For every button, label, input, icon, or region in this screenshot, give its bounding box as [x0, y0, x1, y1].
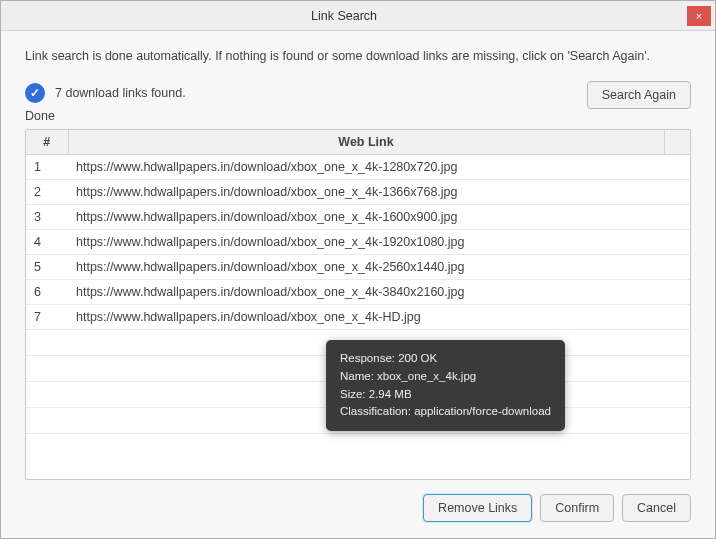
cell-link: https://www.hdwallpapers.in/download/xbo… [68, 230, 664, 255]
status-left: ✓ 7 download links found. [25, 83, 186, 103]
cell-num: 5 [26, 255, 68, 280]
table-row[interactable]: 1https://www.hdwallpapers.in/download/xb… [26, 155, 690, 180]
cell-link: https://www.hdwallpapers.in/download/xbo… [68, 280, 664, 305]
link-search-dialog: Link Search × Link search is done automa… [0, 0, 716, 539]
done-label: Done [25, 109, 691, 123]
content-area: Link search is done automatically. If no… [1, 31, 715, 538]
cell-num: 4 [26, 230, 68, 255]
table-row[interactable]: 7https://www.hdwallpapers.in/download/xb… [26, 305, 690, 330]
search-again-button[interactable]: Search Again [587, 81, 691, 109]
table-row[interactable]: 3https://www.hdwallpapers.in/download/xb… [26, 205, 690, 230]
links-found-text: 7 download links found. [55, 86, 186, 100]
cell-num: 3 [26, 205, 68, 230]
table-row[interactable]: 5https://www.hdwallpapers.in/download/xb… [26, 255, 690, 280]
col-header-tail [664, 130, 690, 155]
cell-link: https://www.hdwallpapers.in/download/xbo… [68, 305, 664, 330]
titlebar: Link Search × [1, 1, 715, 31]
footer-buttons: Remove Links Confirm Cancel [25, 494, 691, 522]
cell-link: https://www.hdwallpapers.in/download/xbo… [68, 180, 664, 205]
tooltip-name: Name: xbox_one_x_4k.jpg [340, 368, 551, 386]
col-header-num[interactable]: # [26, 130, 68, 155]
intro-text: Link search is done automatically. If no… [25, 49, 691, 63]
cell-num: 6 [26, 280, 68, 305]
cell-num: 1 [26, 155, 68, 180]
cell-link: https://www.hdwallpapers.in/download/xbo… [68, 205, 664, 230]
tooltip-classification: Classification: application/force-downlo… [340, 403, 551, 421]
table-row[interactable]: 6https://www.hdwallpapers.in/download/xb… [26, 280, 690, 305]
table-row[interactable]: 2https://www.hdwallpapers.in/download/xb… [26, 180, 690, 205]
confirm-button[interactable]: Confirm [540, 494, 614, 522]
window-title: Link Search [1, 9, 687, 23]
table-row[interactable]: 4https://www.hdwallpapers.in/download/xb… [26, 230, 690, 255]
check-icon: ✓ [25, 83, 45, 103]
links-table-wrap: # Web Link 1https://www.hdwallpapers.in/… [25, 129, 691, 480]
tooltip-size: Size: 2.94 MB [340, 386, 551, 404]
close-button[interactable]: × [687, 6, 711, 26]
close-icon: × [696, 10, 702, 22]
status-row: ✓ 7 download links found. Search Again [25, 83, 691, 103]
col-header-link[interactable]: Web Link [68, 130, 664, 155]
remove-links-button[interactable]: Remove Links [423, 494, 532, 522]
cell-link: https://www.hdwallpapers.in/download/xbo… [68, 155, 664, 180]
cell-num: 2 [26, 180, 68, 205]
cell-num: 7 [26, 305, 68, 330]
cancel-button[interactable]: Cancel [622, 494, 691, 522]
tooltip-response: Response: 200 OK [340, 350, 551, 368]
link-info-tooltip: Response: 200 OK Name: xbox_one_x_4k.jpg… [326, 340, 565, 431]
cell-link: https://www.hdwallpapers.in/download/xbo… [68, 255, 664, 280]
